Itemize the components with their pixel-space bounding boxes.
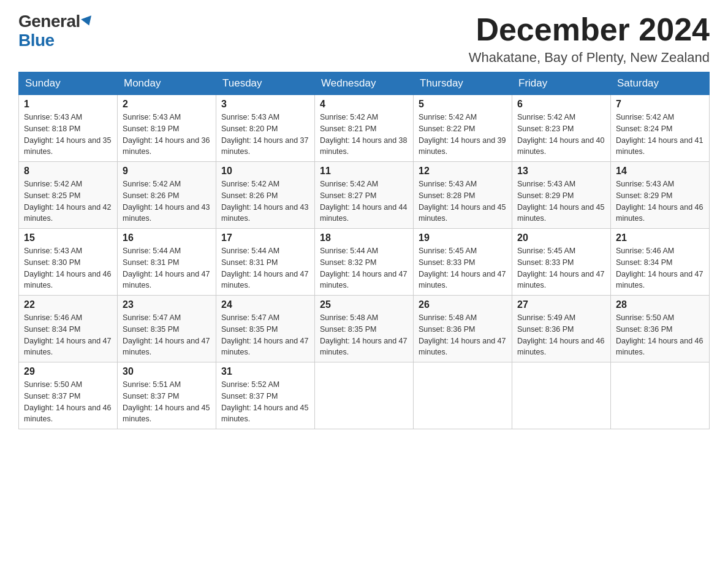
calendar-cell: 21 Sunrise: 5:46 AMSunset: 8:34 PMDaylig… (611, 229, 710, 296)
calendar-cell: 8 Sunrise: 5:42 AMSunset: 8:25 PMDayligh… (19, 162, 118, 229)
weekday-header-tuesday: Tuesday (216, 72, 315, 95)
day-number: 15 (24, 232, 112, 243)
day-info: Sunrise: 5:45 AMSunset: 8:33 PMDaylight:… (517, 247, 604, 289)
calendar-cell: 26 Sunrise: 5:48 AMSunset: 8:36 PMDaylig… (414, 296, 512, 362)
calendar-cell: 29 Sunrise: 5:50 AMSunset: 8:37 PMDaylig… (19, 362, 118, 429)
calendar-cell (315, 362, 414, 429)
month-year-title: December 2024 (469, 12, 710, 47)
day-number: 26 (419, 299, 507, 310)
calendar-cell: 14 Sunrise: 5:43 AMSunset: 8:29 PMDaylig… (611, 162, 710, 229)
day-number: 2 (123, 99, 211, 110)
day-number: 23 (123, 299, 211, 310)
day-info: Sunrise: 5:48 AMSunset: 8:35 PMDaylight:… (320, 313, 407, 356)
calendar-cell: 22 Sunrise: 5:46 AMSunset: 8:34 PMDaylig… (19, 296, 118, 362)
day-info: Sunrise: 5:52 AMSunset: 8:37 PMDaylight:… (221, 380, 308, 423)
calendar-cell: 11 Sunrise: 5:42 AMSunset: 8:27 PMDaylig… (315, 162, 414, 229)
calendar-cell (611, 362, 710, 429)
day-info: Sunrise: 5:47 AMSunset: 8:35 PMDaylight:… (221, 313, 308, 356)
day-info: Sunrise: 5:42 AMSunset: 8:25 PMDaylight:… (24, 180, 111, 223)
day-info: Sunrise: 5:42 AMSunset: 8:23 PMDaylight:… (517, 113, 604, 156)
weekday-header-monday: Monday (118, 72, 216, 95)
calendar-cell: 5 Sunrise: 5:42 AMSunset: 8:22 PMDayligh… (414, 95, 512, 162)
day-number: 5 (419, 99, 507, 110)
calendar-cell: 20 Sunrise: 5:45 AMSunset: 8:33 PMDaylig… (512, 229, 611, 296)
calendar-cell (512, 362, 611, 429)
day-number: 11 (320, 166, 408, 177)
day-number: 24 (221, 299, 309, 310)
day-number: 20 (517, 232, 605, 243)
day-info: Sunrise: 5:50 AMSunset: 8:36 PMDaylight:… (616, 313, 703, 356)
day-number: 22 (24, 299, 112, 310)
day-number: 13 (517, 166, 605, 177)
day-number: 30 (123, 366, 211, 377)
week-row-3: 15 Sunrise: 5:43 AMSunset: 8:30 PMDaylig… (19, 229, 710, 296)
day-info: Sunrise: 5:43 AMSunset: 8:18 PMDaylight:… (24, 113, 111, 156)
page-header: General Blue December 2024 Whakatane, Ba… (18, 12, 710, 66)
day-info: Sunrise: 5:42 AMSunset: 8:26 PMDaylight:… (221, 180, 308, 223)
day-number: 12 (419, 166, 507, 177)
week-row-1: 1 Sunrise: 5:43 AMSunset: 8:18 PMDayligh… (19, 95, 710, 162)
day-info: Sunrise: 5:44 AMSunset: 8:31 PMDaylight:… (123, 247, 210, 289)
calendar-cell: 27 Sunrise: 5:49 AMSunset: 8:36 PMDaylig… (512, 296, 611, 362)
day-info: Sunrise: 5:46 AMSunset: 8:34 PMDaylight:… (24, 313, 111, 356)
calendar-cell: 1 Sunrise: 5:43 AMSunset: 8:18 PMDayligh… (19, 95, 118, 162)
week-row-5: 29 Sunrise: 5:50 AMSunset: 8:37 PMDaylig… (19, 362, 710, 429)
logo: General Blue (18, 12, 93, 50)
weekday-header-saturday: Saturday (611, 72, 710, 95)
day-number: 28 (616, 299, 704, 310)
calendar-cell: 3 Sunrise: 5:43 AMSunset: 8:20 PMDayligh… (216, 95, 315, 162)
title-section: December 2024 Whakatane, Bay of Plenty, … (469, 12, 710, 66)
day-number: 25 (320, 299, 408, 310)
day-number: 18 (320, 232, 408, 243)
day-number: 8 (24, 166, 112, 177)
day-info: Sunrise: 5:43 AMSunset: 8:30 PMDaylight:… (24, 247, 111, 289)
location-subtitle: Whakatane, Bay of Plenty, New Zealand (469, 50, 710, 66)
weekday-header-wednesday: Wednesday (315, 72, 414, 95)
day-info: Sunrise: 5:43 AMSunset: 8:29 PMDaylight:… (616, 180, 703, 223)
logo-blue: Blue (18, 31, 55, 50)
calendar-cell: 12 Sunrise: 5:43 AMSunset: 8:28 PMDaylig… (414, 162, 512, 229)
week-row-4: 22 Sunrise: 5:46 AMSunset: 8:34 PMDaylig… (19, 296, 710, 362)
calendar-cell: 25 Sunrise: 5:48 AMSunset: 8:35 PMDaylig… (315, 296, 414, 362)
day-number: 1 (24, 99, 112, 110)
weekday-header-thursday: Thursday (414, 72, 512, 95)
day-number: 21 (616, 232, 704, 243)
calendar-cell: 19 Sunrise: 5:45 AMSunset: 8:33 PMDaylig… (414, 229, 512, 296)
day-info: Sunrise: 5:49 AMSunset: 8:36 PMDaylight:… (517, 313, 604, 356)
day-number: 7 (616, 99, 704, 110)
day-number: 16 (123, 232, 211, 243)
day-info: Sunrise: 5:42 AMSunset: 8:27 PMDaylight:… (320, 180, 407, 223)
day-info: Sunrise: 5:42 AMSunset: 8:21 PMDaylight:… (320, 113, 407, 156)
weekday-header-row: SundayMondayTuesdayWednesdayThursdayFrid… (19, 72, 710, 95)
day-number: 6 (517, 99, 605, 110)
day-number: 31 (221, 366, 309, 377)
calendar-cell: 23 Sunrise: 5:47 AMSunset: 8:35 PMDaylig… (118, 296, 216, 362)
calendar-cell: 24 Sunrise: 5:47 AMSunset: 8:35 PMDaylig… (216, 296, 315, 362)
calendar-cell: 4 Sunrise: 5:42 AMSunset: 8:21 PMDayligh… (315, 95, 414, 162)
calendar-cell: 28 Sunrise: 5:50 AMSunset: 8:36 PMDaylig… (611, 296, 710, 362)
day-info: Sunrise: 5:50 AMSunset: 8:37 PMDaylight:… (24, 380, 111, 423)
day-info: Sunrise: 5:42 AMSunset: 8:26 PMDaylight:… (123, 180, 210, 223)
day-number: 14 (616, 166, 704, 177)
calendar-cell: 15 Sunrise: 5:43 AMSunset: 8:30 PMDaylig… (19, 229, 118, 296)
day-number: 4 (320, 99, 408, 110)
day-info: Sunrise: 5:42 AMSunset: 8:24 PMDaylight:… (616, 113, 703, 156)
week-row-2: 8 Sunrise: 5:42 AMSunset: 8:25 PMDayligh… (19, 162, 710, 229)
day-info: Sunrise: 5:43 AMSunset: 8:29 PMDaylight:… (517, 180, 604, 223)
day-info: Sunrise: 5:45 AMSunset: 8:33 PMDaylight:… (419, 247, 506, 289)
day-info: Sunrise: 5:48 AMSunset: 8:36 PMDaylight:… (419, 313, 506, 356)
calendar-cell: 13 Sunrise: 5:43 AMSunset: 8:29 PMDaylig… (512, 162, 611, 229)
day-info: Sunrise: 5:44 AMSunset: 8:32 PMDaylight:… (320, 247, 407, 289)
day-number: 9 (123, 166, 211, 177)
day-info: Sunrise: 5:46 AMSunset: 8:34 PMDaylight:… (616, 247, 703, 289)
calendar-cell: 6 Sunrise: 5:42 AMSunset: 8:23 PMDayligh… (512, 95, 611, 162)
calendar-cell: 2 Sunrise: 5:43 AMSunset: 8:19 PMDayligh… (118, 95, 216, 162)
day-info: Sunrise: 5:43 AMSunset: 8:28 PMDaylight:… (419, 180, 506, 223)
day-number: 29 (24, 366, 112, 377)
calendar-cell: 7 Sunrise: 5:42 AMSunset: 8:24 PMDayligh… (611, 95, 710, 162)
day-info: Sunrise: 5:42 AMSunset: 8:22 PMDaylight:… (419, 113, 506, 156)
weekday-header-sunday: Sunday (19, 72, 118, 95)
day-number: 3 (221, 99, 309, 110)
calendar-cell: 17 Sunrise: 5:44 AMSunset: 8:31 PMDaylig… (216, 229, 315, 296)
calendar-cell: 10 Sunrise: 5:42 AMSunset: 8:26 PMDaylig… (216, 162, 315, 229)
